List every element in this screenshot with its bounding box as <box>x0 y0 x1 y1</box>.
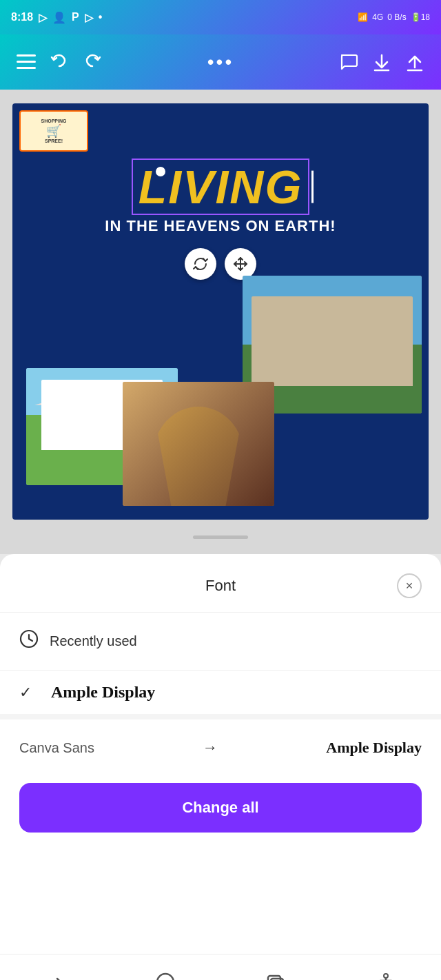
share-button[interactable] <box>405 52 424 72</box>
recently-used-label: Recently used <box>50 633 137 649</box>
svg-rect-1 <box>17 61 36 63</box>
checkmark-icon: ✓ <box>19 684 40 702</box>
font-panel: Font × Recently used ✓ Ample Display Can… <box>0 554 441 954</box>
undo-button[interactable] <box>50 52 69 72</box>
download-button[interactable] <box>372 52 391 72</box>
dot-icon: • <box>99 11 103 23</box>
font-suggestion-row: Canva Sans → Ample Display <box>0 719 441 776</box>
redo-button[interactable] <box>83 52 102 72</box>
more-options-button[interactable]: ••• <box>207 51 234 73</box>
font-from-label: Canva Sans <box>19 740 94 756</box>
font-to-label: Ample Display <box>326 739 422 757</box>
media-icon: ▷ <box>85 11 93 24</box>
status-left: 8:18 ▷ 👤 P ▷ • <box>11 11 102 24</box>
signal-icon: 📶 <box>358 12 368 22</box>
p-icon: P <box>72 11 79 23</box>
logo-text: SHOPPING <box>41 119 67 123</box>
data-icon: 0 B/s <box>387 12 406 22</box>
svg-line-9 <box>29 639 32 641</box>
menu-button[interactable] <box>17 54 36 70</box>
design-card[interactable]: SHOPPING 🛒 SPREE! LIVING IN THE HEAVENS … <box>12 103 429 520</box>
comment-button[interactable] <box>339 52 358 72</box>
user-icon: 👤 <box>52 11 66 24</box>
photo-interior <box>123 382 274 506</box>
title-living-text: LIVING <box>132 159 310 215</box>
toolbar: ••• <box>0 34 441 90</box>
recently-used-section[interactable]: Recently used <box>0 613 441 670</box>
battery-icon: 🔋18 <box>411 12 430 22</box>
panel-title: Font <box>44 577 397 595</box>
nav-home-button[interactable] <box>155 972 176 981</box>
bottom-navigation <box>0 954 441 980</box>
svg-rect-0 <box>17 54 36 57</box>
shopping-logo: SHOPPING 🛒 SPREE! <box>19 110 88 152</box>
status-bar: 8:18 ▷ 👤 P ▷ • 📶 4G 0 B/s 🔋18 <box>0 0 441 34</box>
spree-text: SPREE! <box>45 139 63 143</box>
change-all-button[interactable]: Change all <box>19 783 422 833</box>
cast-icon: ▷ <box>39 11 47 24</box>
staircase-visual <box>153 407 244 506</box>
rotate-button[interactable] <box>185 248 216 280</box>
font-name-label: Ample Display <box>51 683 155 702</box>
divider-2 <box>0 714 441 719</box>
font-item-ample-display[interactable]: ✓ Ample Display <box>0 671 441 714</box>
nav-accessibility-button[interactable] <box>376 972 396 981</box>
svg-rect-2 <box>17 67 36 69</box>
title-subtitle: IN THE HEAVENS ON EARTH! <box>12 217 429 235</box>
building-right <box>252 296 413 386</box>
cart-icon: 🛒 <box>46 123 61 139</box>
nav-back-button[interactable] <box>45 972 65 981</box>
4g-icon: 4G <box>372 12 383 22</box>
svg-point-10 <box>157 974 174 981</box>
toolbar-left <box>17 52 102 72</box>
arrow-icon: → <box>203 739 218 757</box>
toolbar-right <box>339 52 424 72</box>
close-button[interactable]: × <box>397 573 422 598</box>
scroll-pill <box>193 535 248 539</box>
time-display: 8:18 <box>11 11 33 23</box>
panel-header: Font × <box>0 554 441 613</box>
nav-recent-button[interactable] <box>265 972 286 981</box>
status-right: 📶 4G 0 B/s 🔋18 <box>358 12 430 22</box>
toolbar-center: ••• <box>207 51 234 73</box>
title-living: LIVING <box>12 159 429 215</box>
interior-visual <box>123 382 274 506</box>
clock-icon <box>19 629 39 653</box>
scroll-indicator-area <box>0 520 441 554</box>
canvas-area: SHOPPING 🛒 SPREE! LIVING IN THE HEAVENS … <box>0 90 441 554</box>
